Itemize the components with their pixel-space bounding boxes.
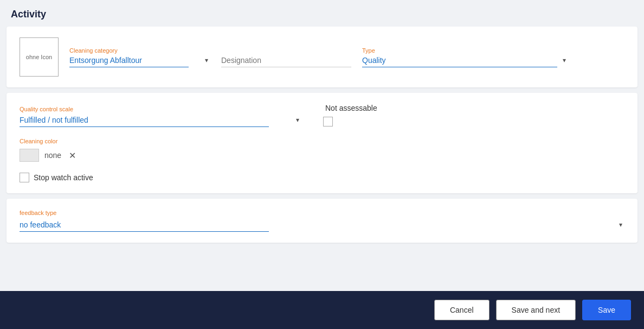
cleaning-category-label: Cleaning category	[69, 47, 210, 54]
cleaning-category-group: Cleaning category Entsorgung Abfalltour …	[69, 47, 210, 67]
type-label: Type	[362, 47, 568, 54]
type-select[interactable]: Quality ▾	[362, 56, 568, 67]
cleaning-color-label: Cleaning color	[20, 138, 624, 144]
cleaning-category-select[interactable]: Entsorgung Abfalltour ▾	[69, 56, 210, 67]
not-assessable-checkbox-box[interactable]	[323, 117, 333, 126]
not-assessable-label: Not assessable	[325, 104, 377, 112]
stop-watch-checkbox-box[interactable]	[20, 173, 29, 182]
basic-info-card: ohne Icon Cleaning category Entsorgung A…	[7, 27, 637, 87]
designation-input[interactable]	[221, 56, 351, 67]
not-assessable-group: Not assessable	[323, 104, 377, 126]
cancel-button[interactable]: Cancel	[434, 300, 490, 320]
type-group: Type Quality ▾	[362, 47, 568, 67]
save-button[interactable]: Save	[582, 300, 631, 320]
feedback-card: feedback type no feedback ▾	[7, 199, 637, 243]
cleaning-color-row: Cleaning color none ✕	[20, 138, 624, 162]
page-title: Activity	[0, 0, 644, 27]
activity-icon-box: ohne Icon	[20, 37, 59, 77]
clear-color-icon[interactable]: ✕	[69, 150, 76, 161]
qc-scale-chevron-icon: ▾	[296, 116, 299, 124]
type-chevron-icon: ▾	[563, 56, 566, 64]
not-assessable-checkbox[interactable]	[323, 117, 333, 126]
cleaning-category-chevron-icon: ▾	[205, 56, 208, 64]
save-and-next-button[interactable]: Save and next	[496, 300, 576, 320]
icon-label: ohne Icon	[26, 53, 52, 61]
qc-scale-group: Quality control scale Fulfilled / not fu…	[20, 104, 301, 127]
footer: Cancel Save and next Save	[0, 291, 644, 329]
qc-scale-value[interactable]: Fulfilled / not fulfilled	[20, 116, 269, 127]
color-text-value: none	[44, 151, 61, 160]
color-swatch[interactable]	[20, 149, 39, 162]
quality-control-card: Quality control scale Fulfilled / not fu…	[7, 93, 637, 193]
type-value[interactable]: Quality	[362, 56, 557, 67]
designation-group	[221, 56, 351, 67]
stop-watch-label: Stop watch active	[34, 173, 93, 182]
content-area: ohne Icon Cleaning category Entsorgung A…	[0, 27, 644, 291]
feedback-type-select[interactable]: no feedback ▾	[20, 220, 624, 232]
feedback-type-label: feedback type	[20, 210, 624, 216]
feedback-type-value[interactable]: no feedback	[20, 220, 269, 232]
qc-scale-select[interactable]: Fulfilled / not fulfilled ▾	[20, 116, 301, 127]
qc-scale-label: Quality control scale	[20, 106, 73, 112]
stop-watch-row: Stop watch active	[20, 173, 624, 182]
cleaning-category-value[interactable]: Entsorgung Abfalltour	[69, 56, 189, 67]
stop-watch-checkbox[interactable]: Stop watch active	[20, 173, 93, 182]
feedback-type-chevron-icon: ▾	[619, 221, 622, 229]
